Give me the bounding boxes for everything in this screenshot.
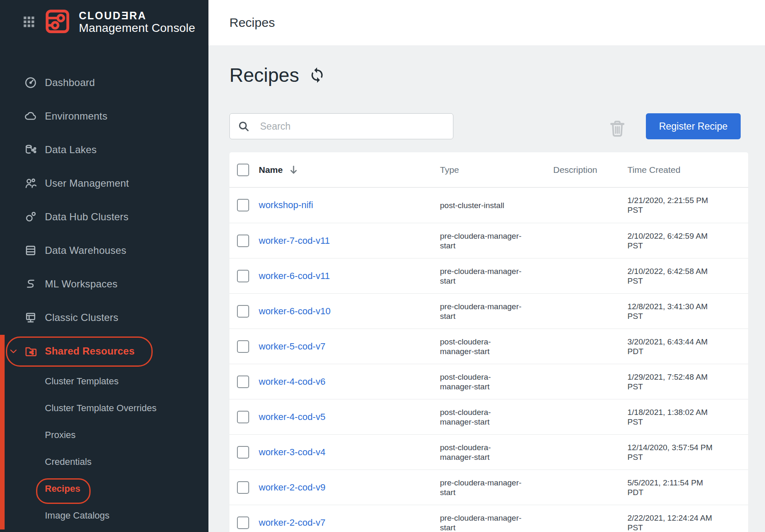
recipe-time-text: 5/5/2021, 2:11:54 PM <box>627 478 703 487</box>
ml-workspaces-icon <box>23 277 38 291</box>
sidebar-item-label: Data Hub Clusters <box>45 211 128 223</box>
brand-name: CLOUDƎRA <box>79 10 195 21</box>
sidebar-subitem-label: Credentials <box>45 456 91 467</box>
sidebar-subitem-label: Image Catalogs <box>45 510 109 521</box>
recipe-time-created: 1/21/2020, 2:21:55 PM PST <box>627 196 728 215</box>
recipe-time-created: 3/20/2021, 6:43:44 AM PDT <box>627 337 728 356</box>
sidebar-item-data-hub-clusters[interactable]: Data Hub Clusters <box>0 200 208 234</box>
recipe-name-link[interactable]: worker-4-cod-v5 <box>259 412 325 422</box>
row-checkbox[interactable] <box>237 481 249 494</box>
column-header-name[interactable]: Name <box>259 165 283 175</box>
data-lakes-icon <box>23 143 38 157</box>
row-checkbox[interactable] <box>237 376 249 388</box>
recipe-timezone-text: PST <box>627 523 728 532</box>
page-title: Recipes <box>229 0 275 45</box>
recipe-time-created: 5/5/2021, 2:11:54 PM PDT <box>627 478 728 497</box>
recipe-time-text: 1/21/2020, 2:21:55 PM <box>627 196 708 205</box>
table-row: worker-4-cod-v5 post-cloudera-manager-st… <box>229 399 748 434</box>
sidebar-item-shared-resources[interactable]: Shared Resources <box>0 334 208 368</box>
sidebar-item-user-management[interactable]: User Management <box>0 167 208 200</box>
recipe-name-link[interactable]: worker-2-cod-v7 <box>259 517 325 528</box>
recipe-time-text: 1/18/2021, 1:38:02 AM <box>627 408 708 417</box>
sidebar-subitem-label: Recipes <box>45 483 80 494</box>
recipe-timezone-text: PST <box>627 241 728 250</box>
sidebar-subitem-label: Cluster Template Overrides <box>45 403 156 414</box>
table-body: workshop-nifi post-cluster-install 1/21/… <box>229 188 748 532</box>
row-checkbox[interactable] <box>237 305 249 318</box>
table-header-row: Name Type Description Time Created <box>229 152 748 188</box>
environments-icon <box>23 109 38 123</box>
recipe-name-link[interactable]: worker-7-cod-v11 <box>259 235 330 246</box>
dashboard-icon <box>23 76 38 90</box>
sidebar-item-data-lakes[interactable]: Data Lakes <box>0 133 208 167</box>
column-header-time-created[interactable]: Time Created <box>627 165 748 175</box>
sidebar-item-ml-workspaces[interactable]: ML Workspaces <box>0 267 208 301</box>
search-input[interactable] <box>259 120 453 133</box>
recipe-timezone-text: PDT <box>627 347 728 356</box>
recipe-time-text: 2/10/2022, 6:42:58 AM <box>627 267 708 276</box>
recipe-type: post-cloudera-manager-start <box>440 372 523 391</box>
app-launcher-grid-icon[interactable] <box>23 16 35 28</box>
sidebar-item-data-warehouses[interactable]: Data Warehouses <box>0 234 208 267</box>
row-checkbox[interactable] <box>237 235 249 247</box>
sort-desc-icon[interactable] <box>288 164 299 176</box>
sidebar-subitem-image-catalogs[interactable]: Image Catalogs <box>0 502 208 529</box>
recipe-name-link[interactable]: worker-6-cod-v11 <box>259 271 330 281</box>
recipe-name-link[interactable]: worker-6-cod-v10 <box>259 306 330 316</box>
recipe-name-link[interactable]: worker-5-cod-v7 <box>259 341 325 352</box>
brand: CLOUDƎRA Management Console <box>79 10 195 34</box>
cloudera-logo-icon[interactable] <box>44 8 71 35</box>
sidebar-subitem-cluster-template-overrides[interactable]: Cluster Template Overrides <box>0 395 208 422</box>
recipe-name-link[interactable]: worker-4-cod-v6 <box>259 376 325 387</box>
recipe-timezone-text: PDT <box>627 488 728 497</box>
sidebar-item-classic-clusters[interactable]: Classic Clusters <box>0 301 208 334</box>
recipe-name-link[interactable]: workshop-nifi <box>259 200 313 210</box>
row-checkbox[interactable] <box>237 516 249 529</box>
row-checkbox[interactable] <box>237 411 249 423</box>
sidebar-item-label: Dashboard <box>45 77 95 89</box>
recipe-type: pre-cloudera-manager-start <box>440 513 523 532</box>
refresh-icon[interactable] <box>308 66 326 84</box>
column-header-description[interactable]: Description <box>553 165 627 175</box>
column-header-type[interactable]: Type <box>440 165 553 175</box>
recipe-type: post-cloudera-manager-start <box>440 443 523 462</box>
sidebar-item-dashboard[interactable]: Dashboard <box>0 66 208 99</box>
row-checkbox[interactable] <box>237 199 249 211</box>
recipe-timezone-text: PST <box>627 417 728 427</box>
data-hub-clusters-icon <box>23 210 38 224</box>
sidebar-subitem-recipes[interactable]: Recipes <box>0 475 208 502</box>
recipe-time-text: 12/14/2020, 3:57:54 PM <box>627 443 713 452</box>
select-all-checkbox[interactable] <box>237 164 249 176</box>
recipe-time-text: 2/10/2022, 6:42:59 AM <box>627 232 708 240</box>
search-icon <box>237 120 250 133</box>
recipe-timezone-text: PST <box>627 276 728 286</box>
recipe-name-link[interactable]: worker-3-cod-v4 <box>259 447 325 457</box>
user-management-icon <box>23 176 38 190</box>
recipe-time-text: 12/8/2021, 3:41:30 AM <box>627 302 708 311</box>
shared-resources-icon <box>23 344 38 358</box>
search-box[interactable] <box>229 113 453 139</box>
annotation-red-bar <box>0 335 5 529</box>
recipe-time-created: 1/18/2021, 1:38:02 AM PST <box>627 407 728 427</box>
table-row: worker-3-cod-v4 post-cloudera-manager-st… <box>229 434 748 469</box>
table-row: worker-5-cod-v7 post-cloudera-manager-st… <box>229 329 748 364</box>
row-checkbox[interactable] <box>237 270 249 282</box>
recipe-timezone-text: PST <box>627 205 728 215</box>
sidebar-nav: Dashboard Environments Data Lakes User M… <box>0 66 208 529</box>
sidebar-subitem-label: Cluster Templates <box>45 376 119 387</box>
recipes-table: Name Type Description Time Created works… <box>229 152 748 532</box>
trash-icon[interactable] <box>608 118 627 138</box>
register-recipe-button[interactable]: Register Recipe <box>646 113 741 139</box>
row-checkbox[interactable] <box>237 340 249 353</box>
recipe-name-link[interactable]: worker-2-cod-v9 <box>259 482 325 493</box>
sidebar-subitem-cluster-templates[interactable]: Cluster Templates <box>0 368 208 395</box>
chevron-down-icon[interactable] <box>8 346 18 356</box>
sidebar-subitem-proxies[interactable]: Proxies <box>0 422 208 449</box>
row-checkbox[interactable] <box>237 446 249 459</box>
sidebar-subitem-credentials[interactable]: Credentials <box>0 449 208 475</box>
sidebar-item-environments[interactable]: Environments <box>0 99 208 133</box>
recipe-type: pre-cloudera-manager-start <box>440 231 523 250</box>
top-bar: Recipes <box>208 0 765 45</box>
recipe-timezone-text: PST <box>627 311 728 321</box>
table-row: worker-7-cod-v11 pre-cloudera-manager-st… <box>229 223 748 258</box>
